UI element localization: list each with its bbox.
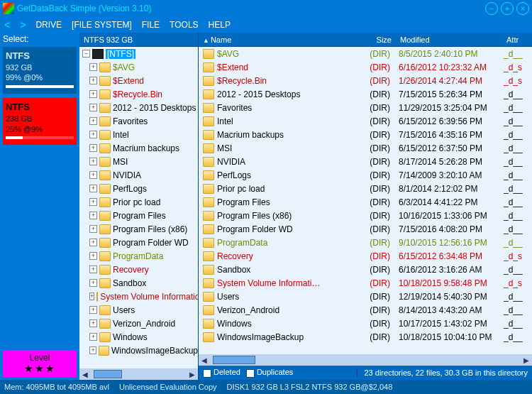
tree-item[interactable]: 2012 - 2015 Desktops [79,101,198,114]
tree-item[interactable]: Program Folder WD [79,236,198,249]
scroll-right-icon[interactable]: ▶ [187,371,198,378]
list-row[interactable]: $Extend(DIR)6/16/2012 10:23:32 AM_d_s [199,60,532,74]
nav-back-button[interactable]: < [4,19,10,31]
scroll-left-icon[interactable]: ◀ [199,356,210,364]
volume-card[interactable]: NTFS932 GB99% @0% [3,47,77,94]
deleted-checkbox[interactable]: Deleted [203,368,240,377]
list-row[interactable]: Program Folder WD(DIR)7/15/2016 4:08:20 … [199,222,532,236]
list-row[interactable]: Verizon_Android(DIR)8/14/2013 4:43:20 AM… [199,303,532,317]
list-row[interactable]: NVIDIA(DIR)8/17/2014 5:26:28 PM_d__ [199,155,532,168]
expand-icon[interactable] [89,131,97,138]
list-row[interactable]: $Recycle.Bin(DIR)1/26/2014 4:27:44 PM_d_… [199,74,532,87]
close-button[interactable]: × [516,2,529,15]
expand-icon[interactable] [89,198,97,206]
tree-body[interactable]: [NTFS]$AVG$Extend$Recycle.Bin2012 - 2015… [79,47,198,368]
list-row[interactable]: Program Files(DIR)6/3/2014 4:41:22 PM_d_… [199,195,532,209]
tree-item[interactable]: $Recycle.Bin [79,87,198,101]
tree-item[interactable]: Recovery [79,263,198,276]
menu-help[interactable]: HELP [209,20,231,30]
file-size: (DIR) [365,251,394,261]
list-row[interactable]: Macrium backups(DIR)7/15/2016 4:35:16 PM… [199,128,532,141]
tree-item[interactable]: $AVG [79,60,198,74]
expand-icon[interactable] [89,171,97,179]
tree-item[interactable]: Favorites [79,114,198,128]
menu-tools[interactable]: TOOLS [170,20,198,30]
expand-icon[interactable] [89,185,97,192]
minimize-button[interactable]: − [485,2,498,15]
volume-card[interactable]: NTFS238 GB25% @9% [3,98,77,145]
list-row[interactable]: ProgramData(DIR)9/10/2015 12:56:16 PM_d_… [199,236,532,249]
expand-icon[interactable] [89,212,97,219]
list-row[interactable]: Users(DIR)12/19/2014 5:40:30 PM_d__ [199,290,532,303]
expand-icon[interactable] [89,346,96,354]
menu-file[interactable]: FILE [142,20,160,30]
col-attr[interactable]: Attr [502,35,526,44]
tree-item[interactable]: MSI [79,155,198,168]
tree-item[interactable]: Intel [79,128,198,141]
list-row[interactable]: Prior pc load(DIR)8/1/2014 2:12:02 PM_d_… [199,182,532,195]
tree-item[interactable]: Verizon_Android [79,317,198,330]
col-modified[interactable]: Modified [396,35,502,44]
tree-item[interactable]: NVIDIA [79,168,198,182]
scroll-left-icon[interactable]: ◀ [79,371,91,378]
list-row[interactable]: 2012 - 2015 Desktops(DIR)7/15/2015 5:26:… [199,87,532,101]
list-row[interactable]: Intel(DIR)6/15/2012 6:39:56 PM_d__ [199,114,532,128]
expand-icon[interactable] [89,117,97,125]
scroll-thumb[interactable] [213,356,255,364]
expand-icon[interactable] [89,225,97,233]
tree-item[interactable]: Program Files [79,209,198,222]
expand-icon[interactable] [89,158,97,165]
expand-icon[interactable] [89,239,97,246]
list-row[interactable]: WindowsImageBackup(DIR)10/18/2015 10:04:… [199,330,532,344]
expand-icon[interactable] [89,104,97,111]
tree-item[interactable]: Program Files (x86) [79,222,198,236]
scroll-thumb[interactable] [94,370,122,378]
list-row[interactable]: Favorites(DIR)11/29/2015 3:25:04 PM_d__ [199,101,532,114]
list-row[interactable]: PerfLogs(DIR)7/14/2009 3:20:10 AM_d__ [199,168,532,182]
maximize-button[interactable]: + [501,2,514,15]
tree-item[interactable]: $Extend [79,74,198,87]
expand-icon[interactable] [89,292,94,300]
list-row[interactable]: $AVG(DIR)8/5/2015 2:40:10 PM_d__ [199,47,532,60]
nav-forward-button[interactable]: > [20,19,26,31]
list-row[interactable]: Recovery(DIR)6/15/2012 6:34:48 PM_d_s [199,249,532,263]
list-row[interactable]: Sandbox(DIR)6/16/2012 3:16:26 AM_d__ [199,263,532,276]
expand-icon[interactable] [89,306,97,314]
expand-icon[interactable] [89,319,97,327]
tree-item[interactable]: ProgramData [79,249,198,263]
tree-hscrollbar[interactable]: ◀ ▶ [79,368,198,380]
list-row[interactable]: MSI(DIR)6/15/2012 6:37:50 PM_d__ [199,141,532,155]
list-body[interactable]: $AVG(DIR)8/5/2015 2:40:10 PM_d__$Extend(… [199,47,532,354]
tree-item[interactable]: Macrium backups [79,141,198,155]
list-row[interactable]: Windows(DIR)10/17/2015 1:43:02 PM_d__ [199,317,532,330]
tree-panel: NTFS 932 GB [NTFS]$AVG$Extend$Recycle.Bi… [79,33,199,380]
expand-icon[interactable] [89,90,97,98]
menu-filesystem[interactable]: [FILE SYSTEM] [72,20,132,30]
expand-icon[interactable] [89,144,97,152]
tree-root[interactable]: [NTFS] [79,47,198,60]
expand-icon[interactable] [89,63,97,71]
tree-item[interactable]: Windows [79,330,198,344]
tree-item[interactable]: Prior pc load [79,195,198,209]
tree-item[interactable]: PerfLogs [79,182,198,195]
col-size[interactable]: Size [366,35,396,44]
list-row[interactable]: System Volume Informati…(DIR)10/18/2015 … [199,276,532,290]
list-row[interactable]: Program Files (x86)(DIR)10/16/2015 1:33:… [199,209,532,222]
col-name[interactable]: ▲Name [199,35,366,44]
tree-item[interactable]: System Volume Information [79,290,198,303]
menu-drive[interactable]: DRIVE [35,20,62,30]
duplicates-checkbox[interactable]: Duplicates [246,368,293,377]
expand-icon[interactable] [89,252,97,260]
tree-header[interactable]: NTFS 932 GB [79,33,198,47]
tree-item[interactable]: Users [79,303,198,317]
tree-item[interactable]: WindowsImageBackup [79,344,198,357]
expand-icon[interactable] [89,333,97,341]
expand-icon[interactable] [89,77,97,84]
scroll-right-icon[interactable]: ▶ [521,356,532,364]
tree-item[interactable]: Sandbox [79,276,198,290]
volume-fs: NTFS [6,101,74,114]
expand-icon[interactable] [89,279,97,287]
expand-icon[interactable] [89,266,97,273]
expand-icon[interactable] [82,50,90,58]
list-hscrollbar[interactable]: ◀ ▶ [199,354,532,366]
